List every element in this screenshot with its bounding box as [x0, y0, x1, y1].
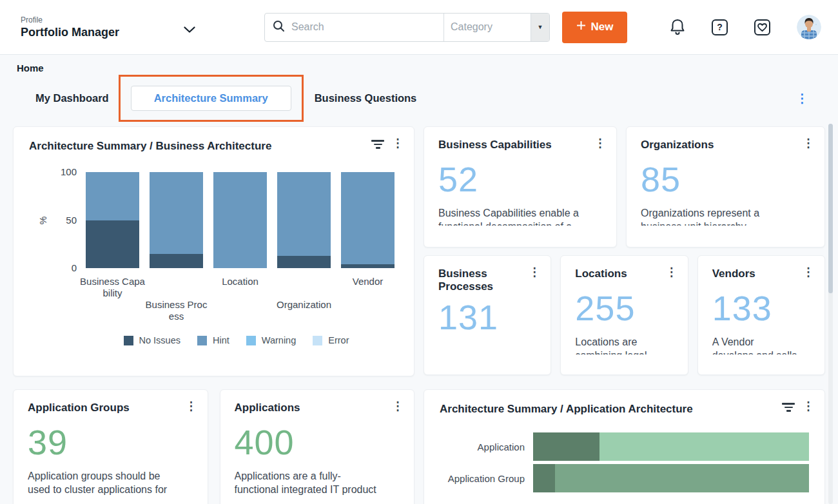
application-architecture-chart: ApplicationApplication Group020406080100: [440, 432, 809, 504]
bar-segment-hint[interactable]: [341, 172, 395, 264]
x-axis-tick: 20: [590, 501, 601, 504]
bar[interactable]: [533, 432, 809, 461]
legend-swatch: [246, 336, 256, 345]
legend-swatch: [313, 336, 322, 345]
notifications-bell-icon[interactable]: [670, 19, 685, 35]
kpi-value: 39: [28, 422, 193, 462]
bar-segment-hint[interactable]: [86, 172, 139, 220]
bar-organization[interactable]: [277, 172, 331, 268]
x-axis: 020406080100: [541, 501, 809, 504]
tab-business-questions[interactable]: Business Questions: [315, 92, 417, 104]
bar-segment[interactable]: [599, 432, 809, 461]
kpi-title: Application Groups: [28, 402, 193, 414]
tab-architecture-summary[interactable]: Architecture Summary: [131, 86, 291, 111]
applications-card: Applications ⋮ 400 Applications are a fu…: [220, 389, 415, 504]
legend-label: No Issues: [139, 335, 180, 345]
bar-segment-hint[interactable]: [150, 172, 203, 254]
bar-label: Application Group: [440, 473, 533, 484]
y-axis-label: %: [38, 216, 48, 224]
bar-label: Application: [440, 441, 533, 452]
card-kebab-menu-icon[interactable]: ⋮: [392, 137, 404, 149]
bar-segment[interactable]: [555, 464, 809, 492]
kpi-value: 131: [438, 297, 536, 337]
bar-location[interactable]: [213, 172, 267, 268]
chevron-down-icon[interactable]: [184, 24, 195, 36]
profile-selector[interactable]: Profile Portfolio Manager: [21, 15, 264, 39]
category-label: Location: [205, 276, 276, 287]
bar-business-process[interactable]: [150, 172, 203, 268]
card-kebab-menu-icon[interactable]: ⋮: [392, 400, 404, 412]
kpi-row-1: Business Capabilities ⋮ 52 Business Capa…: [424, 126, 825, 247]
x-axis-tick: 0: [539, 501, 544, 504]
category-label: Organization: [269, 299, 340, 311]
card-kebab-menu-icon[interactable]: ⋮: [803, 266, 814, 278]
left-column: Architecture Summary / Business Architec…: [13, 126, 414, 504]
annotation-highlight-box: Architecture Summary: [119, 75, 304, 122]
legend-item-warning[interactable]: Warning: [246, 335, 296, 345]
card-kebab-menu-icon[interactable]: ⋮: [186, 400, 197, 412]
help-icon[interactable]: ?: [712, 19, 728, 35]
bar[interactable]: [533, 464, 809, 492]
bar-row-application: Application: [440, 432, 809, 461]
chart-title: Architecture Summary / Application Archi…: [440, 403, 809, 416]
business-processes-card: Business Processes ⋮ 131: [424, 255, 551, 375]
card-kebab-menu-icon[interactable]: ⋮: [666, 266, 677, 278]
bar-business-capability[interactable]: [86, 172, 139, 268]
page-scrollbar-thumb[interactable]: [828, 124, 833, 293]
filter-icon[interactable]: [371, 140, 384, 149]
user-avatar[interactable]: [797, 15, 821, 39]
profile-label: Profile: [21, 15, 119, 24]
chart-title: Architecture Summary / Business Architec…: [29, 140, 398, 153]
new-button[interactable]: New: [562, 12, 627, 43]
bar-segment-hint[interactable]: [213, 172, 267, 268]
search-input[interactable]: [291, 21, 436, 33]
x-axis-tick: 40: [643, 501, 654, 504]
kpi-title: Business Processes: [438, 267, 516, 293]
kpi-title: Vendors: [712, 267, 810, 280]
category-label: Vendor: [333, 276, 404, 287]
legend-item-error[interactable]: Error: [313, 335, 349, 345]
legend-item-no-issues[interactable]: No Issues: [124, 335, 180, 345]
y-axis-tick: 50: [66, 215, 77, 226]
bar-row-application-group: Application Group: [440, 464, 809, 492]
kpi-title: Business Capabilities: [438, 139, 602, 151]
bar-segment[interactable]: [533, 464, 555, 492]
bar-segment[interactable]: [533, 432, 599, 461]
legend-item-hint[interactable]: Hint: [197, 335, 229, 345]
category-label: Business Process: [141, 299, 212, 322]
breadcrumb-home[interactable]: Home: [17, 63, 838, 73]
kpi-title: Applications: [235, 402, 400, 414]
bar-vendor[interactable]: [341, 172, 395, 268]
bottom-kpi-row: Application Groups ⋮ 39 Application grou…: [13, 389, 414, 504]
kpi-description: Applications are a fully- functional int…: [235, 469, 400, 496]
x-axis-tick: 60: [697, 501, 708, 504]
kpi-description: A Vendor develops and sells the: [712, 335, 810, 354]
tabs-kebab-menu-icon[interactable]: ⋮: [796, 92, 808, 104]
category-dropdown-button[interactable]: ▼: [531, 14, 549, 41]
right-column: Business Capabilities ⋮ 52 Business Capa…: [424, 126, 825, 504]
kpi-value: 52: [438, 159, 602, 199]
card-kebab-menu-icon[interactable]: ⋮: [803, 137, 814, 149]
kpi-title: Locations: [575, 267, 673, 280]
page-scrollbar-track[interactable]: [828, 124, 833, 504]
kpi-value: 400: [235, 422, 400, 462]
kpi-description: Business Capabilities enable a functiona…: [438, 206, 602, 226]
card-kebab-menu-icon[interactable]: ⋮: [803, 400, 814, 412]
kpi-title: Organizations: [641, 139, 810, 151]
heart-box-icon[interactable]: [754, 19, 770, 35]
card-kebab-menu-icon[interactable]: ⋮: [594, 137, 606, 149]
filter-icon[interactable]: [782, 403, 795, 412]
category-input[interactable]: [451, 21, 524, 33]
application-groups-card: Application Groups ⋮ 39 Application grou…: [13, 389, 208, 504]
app-header: Profile Portfolio Manager ▼ New ?: [0, 0, 838, 55]
plus-icon: [576, 21, 586, 34]
bar-segment-no-issues[interactable]: [277, 256, 331, 268]
tab-my-dashboard[interactable]: My Dashboard: [35, 92, 109, 104]
card-kebab-menu-icon[interactable]: ⋮: [529, 266, 540, 278]
kpi-description: Locations are combining legal entities: [575, 335, 673, 354]
bar-segment-no-issues[interactable]: [86, 220, 139, 269]
y-axis: 100500%: [29, 172, 86, 268]
bar-segment-hint[interactable]: [277, 172, 331, 256]
bar-segment-no-issues[interactable]: [150, 254, 203, 268]
legend-label: Hint: [213, 335, 229, 345]
